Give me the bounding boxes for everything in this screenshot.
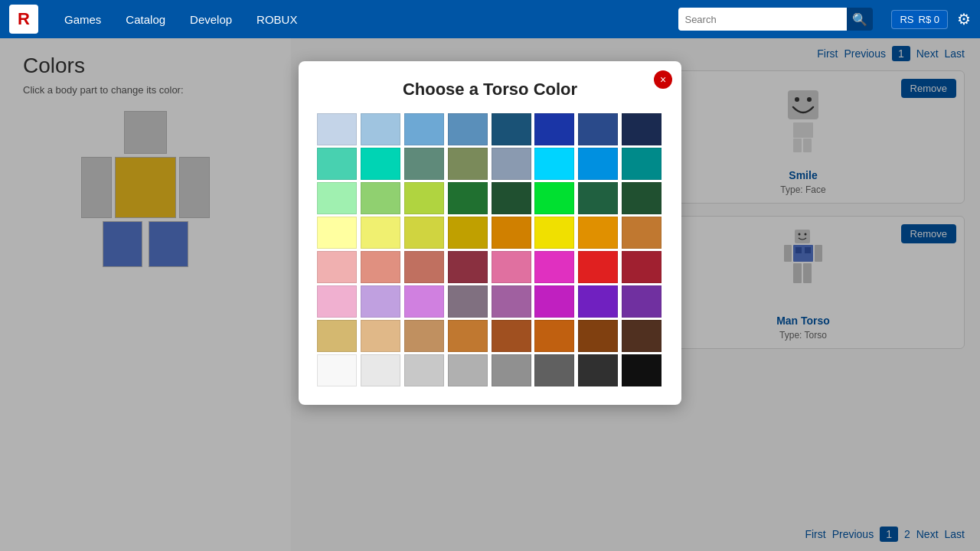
color-swatch-27[interactable]	[448, 217, 488, 249]
color-swatch-35[interactable]	[448, 251, 488, 283]
color-swatch-61[interactable]	[534, 354, 574, 386]
modal-title: Choose a Torso Color	[317, 80, 663, 99]
color-swatch-22[interactable]	[578, 182, 618, 214]
color-swatch-11[interactable]	[448, 148, 488, 180]
logo[interactable]: R	[9, 5, 38, 34]
color-swatch-17[interactable]	[361, 182, 400, 214]
color-swatch-16[interactable]	[317, 182, 357, 214]
color-swatch-52[interactable]	[492, 320, 531, 352]
color-swatch-1[interactable]	[361, 113, 400, 145]
color-swatch-20[interactable]	[492, 182, 531, 214]
robux-button[interactable]: RS R$ 0	[891, 10, 948, 29]
search-button[interactable]: 🔍	[847, 8, 873, 31]
color-swatch-37[interactable]	[534, 251, 574, 283]
color-swatch-42[interactable]	[404, 285, 444, 318]
color-grid	[317, 113, 663, 386]
color-swatch-33[interactable]	[361, 251, 400, 283]
color-swatch-46[interactable]	[578, 285, 618, 318]
color-swatch-54[interactable]	[578, 320, 618, 352]
color-swatch-51[interactable]	[448, 320, 488, 352]
color-swatch-49[interactable]	[361, 320, 400, 352]
modal-close-button[interactable]: ×	[654, 70, 672, 89]
color-swatch-41[interactable]	[361, 285, 400, 318]
color-swatch-8[interactable]	[317, 148, 357, 180]
color-swatch-48[interactable]	[317, 320, 357, 352]
color-swatch-53[interactable]	[534, 320, 574, 352]
color-swatch-25[interactable]	[361, 217, 400, 249]
modal-overlay: Choose a Torso Color ×	[0, 38, 980, 551]
color-swatch-63[interactable]	[622, 354, 662, 386]
robux-amount: R$ 0	[919, 14, 939, 25]
color-swatch-2[interactable]	[404, 113, 444, 145]
color-swatch-50[interactable]	[404, 320, 444, 352]
color-swatch-47[interactable]	[622, 285, 662, 318]
color-swatch-31[interactable]	[622, 217, 662, 249]
color-swatch-4[interactable]	[492, 113, 531, 145]
color-swatch-3[interactable]	[448, 113, 488, 145]
color-swatch-18[interactable]	[404, 182, 444, 214]
color-swatch-10[interactable]	[404, 148, 444, 180]
color-swatch-57[interactable]	[361, 354, 400, 386]
nav-games[interactable]: Games	[54, 8, 112, 31]
color-swatch-62[interactable]	[578, 354, 618, 386]
color-swatch-6[interactable]	[578, 113, 618, 145]
color-swatch-26[interactable]	[404, 217, 444, 249]
header-right: RS R$ 0 ⚙	[891, 10, 971, 29]
color-swatch-12[interactable]	[492, 148, 531, 180]
color-swatch-44[interactable]	[492, 285, 531, 318]
color-swatch-39[interactable]	[622, 251, 662, 283]
color-swatch-45[interactable]	[534, 285, 574, 318]
color-swatch-19[interactable]	[448, 182, 488, 214]
color-swatch-13[interactable]	[534, 148, 574, 180]
color-swatch-58[interactable]	[404, 354, 444, 386]
search-bar: 🔍	[678, 8, 873, 31]
color-swatch-32[interactable]	[317, 251, 357, 283]
color-swatch-34[interactable]	[404, 251, 444, 283]
color-swatch-29[interactable]	[534, 217, 574, 249]
color-swatch-24[interactable]	[317, 217, 357, 249]
color-swatch-23[interactable]	[622, 182, 662, 214]
color-swatch-0[interactable]	[317, 113, 357, 145]
color-swatch-59[interactable]	[448, 354, 488, 386]
color-swatch-60[interactable]	[492, 354, 531, 386]
header: 2 R Games Catalog Develop ROBUX 🔍 RS R$ …	[0, 0, 980, 38]
robux-icon: RS	[900, 14, 913, 25]
color-swatch-14[interactable]	[578, 148, 618, 180]
color-swatch-43[interactable]	[448, 285, 488, 318]
color-swatch-21[interactable]	[534, 182, 574, 214]
color-swatch-15[interactable]	[622, 148, 662, 180]
color-swatch-5[interactable]	[534, 113, 574, 145]
color-swatch-38[interactable]	[578, 251, 618, 283]
color-swatch-7[interactable]	[622, 113, 662, 145]
color-picker-modal: Choose a Torso Color ×	[299, 61, 681, 405]
main-content: Colors Click a body part to change its c…	[0, 38, 980, 551]
search-input[interactable]	[678, 8, 847, 31]
color-swatch-40[interactable]	[317, 285, 357, 318]
main-nav: Games Catalog Develop ROBUX	[54, 8, 308, 31]
color-swatch-28[interactable]	[492, 217, 531, 249]
color-swatch-36[interactable]	[492, 251, 531, 283]
color-swatch-55[interactable]	[622, 320, 662, 352]
color-swatch-30[interactable]	[578, 217, 618, 249]
nav-catalog[interactable]: Catalog	[115, 8, 176, 31]
nav-develop[interactable]: Develop	[179, 8, 243, 31]
nav-robux[interactable]: ROBUX	[246, 8, 308, 31]
settings-icon[interactable]: ⚙	[957, 10, 971, 28]
color-swatch-9[interactable]	[361, 148, 400, 180]
color-swatch-56[interactable]	[317, 354, 357, 386]
